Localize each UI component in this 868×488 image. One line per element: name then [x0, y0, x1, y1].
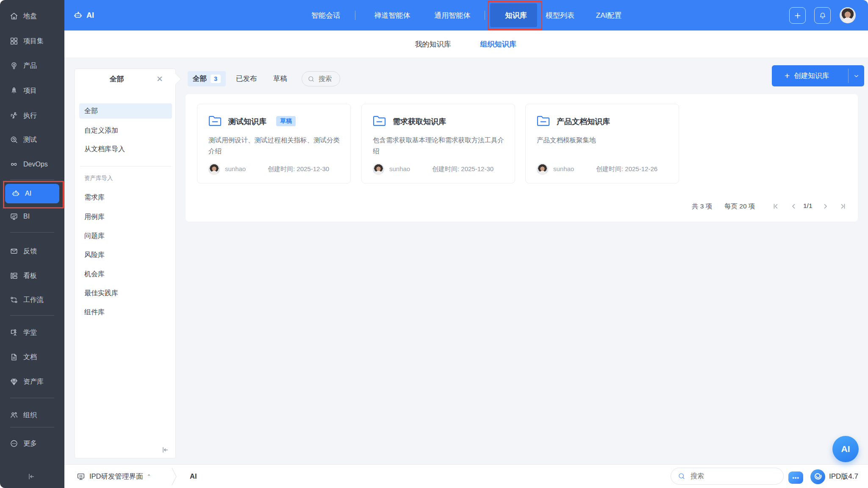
tab-my-knowledge[interactable]: 我的知识库	[415, 30, 451, 58]
nav-knowledge-base[interactable]: 知识库	[505, 0, 527, 30]
global-search[interactable]	[671, 468, 784, 485]
filter-item-usecase[interactable]: 用例库	[79, 209, 172, 225]
created-time: 创建时间: 2025-12-26	[596, 165, 657, 173]
monitor-chart-icon	[9, 212, 19, 221]
sidebar-item-test[interactable]: 测试	[0, 130, 64, 150]
knowledge-card[interactable]: 产品文档知识库 产品文档模板聚集地 sunhao 创建时间: 2025-12-2…	[525, 104, 679, 183]
panel-collapse-icon[interactable]	[161, 446, 169, 454]
sidebar-item-bi[interactable]: BI	[0, 206, 64, 227]
workspace-name: IPD研发管理界面	[89, 472, 143, 481]
first-page-icon[interactable]	[772, 203, 779, 210]
create-knowledge-button[interactable]: + 创建知识库	[772, 65, 864, 86]
sidebar-item-dashboard[interactable]: 地盘	[0, 6, 64, 26]
sidebar-item-label: 地盘	[23, 12, 37, 21]
tab-org-knowledge[interactable]: 组织知识库	[480, 30, 516, 58]
main-area: 全部 ✕ 全部 自定义添加 从文档库导入 资产库导入 需求库 用例库 问题库 风…	[64, 58, 868, 464]
filter-item-opportunity[interactable]: 机会库	[79, 266, 172, 282]
filter-item-all[interactable]: 全部	[79, 103, 172, 119]
sidebar-item-workflow[interactable]: 工作流	[0, 290, 64, 310]
list-search[interactable]	[302, 71, 340, 86]
knowledge-tabs-bar: 我的知识库 组织知识库	[64, 30, 868, 58]
last-page-icon[interactable]	[840, 203, 846, 210]
nav-separator	[485, 11, 485, 20]
home-icon	[9, 11, 19, 21]
add-button[interactable]	[789, 7, 806, 24]
close-icon[interactable]: ✕	[155, 74, 164, 83]
sidebar-item-project[interactable]: 项目	[0, 80, 64, 101]
mail-icon	[9, 247, 19, 256]
sidebar-item-devops[interactable]: DevOps	[0, 154, 64, 175]
sidebar-item-label: 组织	[23, 411, 37, 420]
chat-bubble-icon[interactable]: •••	[788, 471, 803, 484]
more-icon	[9, 439, 19, 448]
user-avatar[interactable]	[840, 7, 856, 23]
search-icon	[308, 75, 315, 83]
filter-item-best-practice[interactable]: 最佳实践库	[79, 286, 172, 301]
knowledge-card[interactable]: 需求获取知识库 包含需求获取基本理论和需求获取方法工具介绍 sunhao 创建时…	[361, 104, 515, 183]
chevron-down-icon[interactable]	[849, 65, 864, 86]
notification-button[interactable]	[814, 7, 831, 24]
sidebar-item-label: 看板	[23, 272, 37, 280]
sidebar-item-kanban[interactable]: 看板	[0, 266, 64, 286]
filter-item-requirement[interactable]: 需求库	[79, 190, 172, 205]
sidebar-item-ai[interactable]: AI	[5, 184, 59, 203]
sidebar-item-school[interactable]: 学堂	[0, 322, 64, 343]
filter-item-issue[interactable]: 问题库	[79, 228, 172, 244]
app-window: 地盘 项目集 产品 项目 执行 测试 DevOps AI	[0, 0, 868, 488]
created-time: 创建时间: 2025-12-30	[268, 165, 329, 173]
tab-published[interactable]: 已发布	[236, 71, 257, 86]
sidebar-item-execution[interactable]: 执行	[0, 105, 64, 126]
card-description: 产品文档模板聚集地	[537, 135, 670, 146]
card-footer: sunhao 创建时间: 2025-12-30	[208, 164, 342, 175]
sidebar-item-feedback[interactable]: 反馈	[0, 241, 64, 261]
sidebar-divider	[10, 232, 54, 233]
zentao-logo[interactable]	[810, 469, 826, 485]
sidebar-item-program[interactable]: 项目集	[0, 31, 64, 51]
breadcrumb-separator	[169, 467, 179, 486]
people-icon	[9, 410, 19, 420]
bell-icon	[818, 11, 827, 20]
sidebar-item-label: 学堂	[23, 328, 37, 337]
filter-item-import-doc[interactable]: 从文档库导入	[79, 141, 172, 157]
filter-header-title: 全部	[75, 69, 158, 89]
pagination-total: 共 3 项	[692, 202, 712, 211]
nav-smart-chat[interactable]: 智能会话	[311, 0, 340, 30]
sidebar-item-doc[interactable]: 文档	[0, 347, 64, 367]
tab-draft[interactable]: 草稿	[273, 71, 287, 86]
sidebar-divider	[10, 315, 54, 316]
search-icon	[678, 472, 685, 480]
sidebar-divider	[10, 398, 54, 398]
filter-item-risk[interactable]: 风险库	[79, 247, 172, 263]
filter-panel: 全部 ✕ 全部 自定义添加 从文档库导入 资产库导入 需求库 用例库 问题库 风…	[75, 69, 176, 458]
workspace-switcher[interactable]: IPD研发管理界面 ⌃	[76, 465, 151, 488]
pagination-per-page[interactable]: 每页 20 项	[724, 202, 755, 211]
prev-page-icon[interactable]	[790, 203, 797, 210]
tab-all[interactable]: 全部 3	[188, 71, 226, 86]
sidebar-item-more[interactable]: 更多	[0, 433, 64, 454]
sidebar-item-label: 资产库	[23, 377, 44, 386]
nav-zentao-agent[interactable]: 禅道智能体	[374, 0, 410, 30]
filter-header: 全部 ✕	[75, 69, 175, 89]
global-search-input[interactable]	[690, 472, 776, 480]
filter-divider	[80, 166, 171, 166]
ai-assistant-float-button[interactable]: AI	[832, 436, 859, 462]
sidebar-item-asset[interactable]: 资产库	[0, 372, 64, 392]
magnifier-icon	[9, 135, 19, 144]
sidebar-item-product[interactable]: 产品	[0, 55, 64, 76]
knowledge-card[interactable]: 测试知识库 草稿 测试用例设计、测试过程相关指标、测试分类介绍 sunhao 创…	[197, 104, 351, 183]
sidebar-item-org[interactable]: 组织	[0, 405, 64, 425]
diamond-icon	[9, 377, 19, 386]
nav-zai-config[interactable]: ZAI配置	[596, 0, 621, 30]
card-description: 测试用例设计、测试过程相关指标、测试分类介绍	[208, 135, 341, 157]
sidebar-item-label: 文档	[23, 353, 37, 362]
plus-icon	[793, 11, 802, 20]
current-section-label: AI	[190, 465, 197, 488]
list-search-input[interactable]	[318, 75, 340, 83]
sidebar-collapse-icon[interactable]	[27, 472, 36, 481]
filter-item-component[interactable]: 组件库	[79, 305, 172, 320]
nav-model-list[interactable]: 模型列表	[546, 0, 574, 30]
next-page-icon[interactable]	[822, 203, 829, 210]
filter-item-custom[interactable]: 自定义添加	[79, 123, 172, 138]
nav-general-agent[interactable]: 通用智能体	[435, 0, 471, 30]
card-description: 包含需求获取基本理论和需求获取方法工具介绍	[373, 135, 506, 157]
